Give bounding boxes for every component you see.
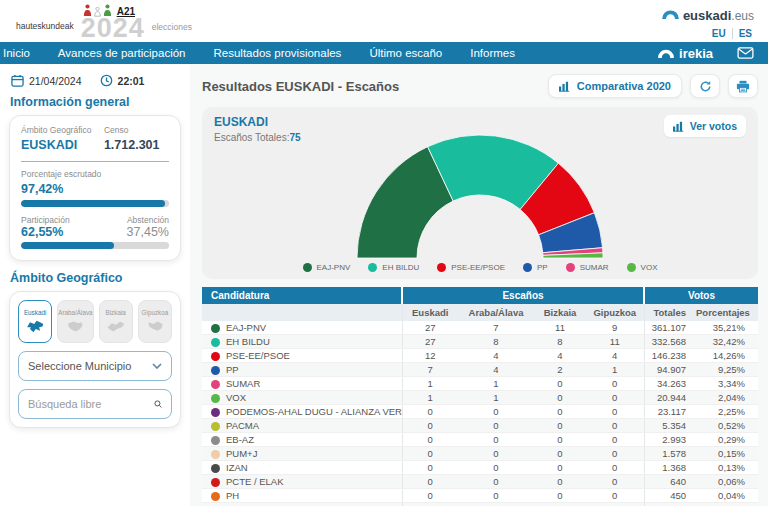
language-option-eu[interactable]: EU [712, 28, 726, 39]
table-row[interactable]: IZAN00001.3680,13% [202, 461, 758, 475]
seats-euskadi: 0 [402, 489, 458, 503]
table-row[interactable]: PODEMOS-AHAL DUGU - ALIANZA VERDE000023.… [202, 405, 758, 419]
app: hauteskundeak A21 2024 elecciones euskad… [0, 0, 768, 506]
nav-item-5[interactable]: Informes [456, 42, 529, 64]
header-candidatura: Candidatura [202, 287, 402, 304]
ambito-geografico-heading: Ámbito Geográfico [10, 271, 181, 285]
party-color-dot [211, 380, 220, 389]
col-bizkaia: Bizkaia [534, 304, 586, 321]
municipio-select[interactable]: Seleccione Municipio [18, 351, 172, 381]
table-row[interactable]: EH BILDU278811332.56832,42% [202, 335, 758, 349]
seats-gipuzkoa: 1 [586, 363, 644, 377]
table-row[interactable]: PUM+J00001.5780,15% [202, 447, 758, 461]
seats-euskadi: 0 [402, 461, 458, 475]
votes-total: 23.117 [644, 405, 696, 419]
seats-euskadi: 7 [402, 363, 458, 377]
main-content: Resultados EUSKADI - Escaños Comparativa… [190, 64, 768, 506]
party-color-dot [211, 394, 220, 403]
votes-percent: 0,06% [696, 475, 758, 489]
escrutado-progressbar [21, 200, 169, 207]
participacion-progressbar [21, 242, 169, 249]
language-option-es[interactable]: ES [739, 28, 752, 39]
territory-tab-araba-lava[interactable]: Araba/Álava [57, 300, 93, 343]
comparativa-2020-button[interactable]: Comparativa 2020 [548, 74, 682, 98]
party-name: EB-AZ [226, 434, 254, 445]
seats-bizkaia: 0 [534, 433, 586, 447]
legend-color-dot [566, 263, 575, 272]
legend-item: SUMAR [566, 263, 609, 272]
seats-araba: 0 [458, 475, 534, 489]
irekia-logo[interactable]: irekia [658, 46, 713, 61]
party-color-dot [211, 436, 220, 445]
seats-gipuzkoa: 0 [586, 461, 644, 475]
escrutado-value: 97,42% [21, 182, 63, 196]
table-row[interactable]: EB-AZ00002.9930,29% [202, 433, 758, 447]
seats-araba: 0 [458, 503, 534, 506]
search-input[interactable] [28, 398, 154, 410]
elections-logo: hauteskundeak A21 2024 elecciones [16, 2, 192, 40]
votes-total: 146.238 [644, 349, 696, 363]
party-cell: PSE-EE/PSOE [202, 349, 402, 363]
party-color-dot [211, 366, 220, 375]
seats-araba: 0 [458, 489, 534, 503]
refresh-button[interactable] [690, 74, 720, 98]
participacion-label: Participación [21, 215, 70, 225]
table-row[interactable]: PP742194.9079,25% [202, 363, 758, 377]
header-escanos: Escaños [402, 287, 644, 304]
euskadi-eus-logo[interactable]: euskadi.eus [662, 6, 754, 24]
party-cell: PP [202, 363, 402, 377]
votes-total: 640 [644, 475, 696, 489]
votes-percent: 0,52% [696, 419, 758, 433]
table-column-header: Euskadi Araba/Álava Bizkaia Gipuzkoa Tot… [202, 304, 758, 321]
site-name: euskadi [683, 8, 731, 23]
escrutado-label: Porcentaje escrutado [21, 169, 169, 179]
votes-percent: 2,04% [696, 391, 758, 405]
seats-gipuzkoa: 9 [586, 321, 644, 335]
col-araba: Araba/Álava [458, 304, 534, 321]
legend-color-dot [437, 263, 446, 272]
table-row[interactable]: EAJ-PNV277119361.10735,21% [202, 321, 758, 335]
participacion-value: 62,55% [21, 225, 63, 239]
seats-gipuzkoa: 4 [586, 349, 644, 363]
votes-percent: 2,25% [696, 405, 758, 419]
territory-tab-euskadi[interactable]: Euskadi [18, 300, 52, 343]
nav-item-3[interactable]: Resultados provisionales [200, 42, 356, 64]
seats-euskadi: 0 [402, 405, 458, 419]
party-cell: PUM+J [202, 447, 402, 461]
votes-percent: 0,15% [696, 447, 758, 461]
territory-tab-gipuzkoa[interactable]: Gipuzkoa [138, 300, 172, 343]
party-name: PCTE / ELAK [226, 476, 284, 487]
printer-icon [736, 80, 750, 93]
table-row[interactable]: PCTE / ELAK00006400,06% [202, 475, 758, 489]
bar-chart-icon [559, 81, 571, 92]
table-row[interactable]: O.E.00001800,02% [202, 503, 758, 506]
bar-chart-icon [673, 121, 685, 132]
seats-gipuzkoa: 0 [586, 419, 644, 433]
ver-votos-button[interactable]: Ver votos [664, 115, 746, 137]
party-color-dot [211, 464, 220, 473]
nav-item-4[interactable]: Último escaño [355, 42, 456, 64]
seats-bizkaia: 2 [534, 363, 586, 377]
party-color-dot [211, 408, 220, 417]
nav-item-2[interactable]: Avances de participación [44, 42, 200, 64]
header-empty [202, 304, 402, 321]
seats-bizkaia: 0 [534, 405, 586, 419]
votes-percent: 0,02% [696, 503, 758, 506]
table-row[interactable]: PACMA00005.3540,52% [202, 419, 758, 433]
table-row[interactable]: VOX110020.9442,04% [202, 391, 758, 405]
seats-euskadi: 0 [402, 419, 458, 433]
table-row[interactable]: PSE-EE/PSOE12444146.23814,26% [202, 349, 758, 363]
table-row[interactable]: SUMAR110034.2633,34% [202, 377, 758, 391]
nav-item-1[interactable]: Inicio [0, 42, 44, 64]
seats-araba: 0 [458, 447, 534, 461]
territory-tab-bizkaia[interactable]: Bizkaia [99, 300, 133, 343]
seats-bizkaia: 0 [534, 461, 586, 475]
print-button[interactable] [728, 74, 758, 98]
votes-total: 361.107 [644, 321, 696, 335]
table-row[interactable]: PH00004500,04% [202, 489, 758, 503]
party-color-dot [211, 478, 220, 487]
search-icon[interactable] [154, 397, 162, 411]
mail-icon[interactable] [737, 47, 754, 59]
title-actions: Comparativa 2020 [548, 74, 758, 98]
territory-map-icon [64, 319, 86, 334]
